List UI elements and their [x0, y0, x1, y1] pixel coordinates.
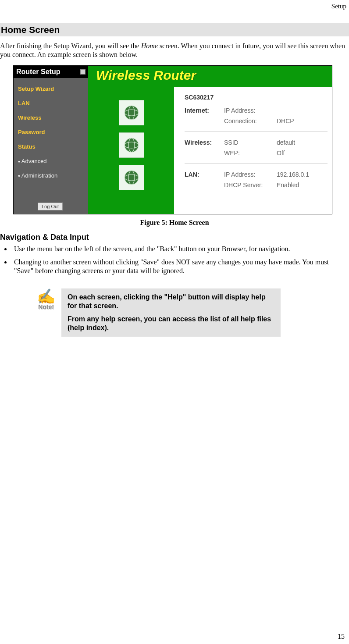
globe-icon — [123, 136, 140, 154]
menu-lan[interactable]: LAN — [18, 96, 88, 110]
menu-password[interactable]: Password — [18, 125, 88, 139]
val-lan-dhcp: Enabled — [277, 181, 299, 189]
intro-text-before: After finishing the Setup Wizard, you wi… — [0, 42, 141, 50]
figure-status-panel: SC630217 Internet: IP Address: Connectio… — [185, 92, 328, 190]
divider — [185, 132, 328, 132]
scroll-up-icon[interactable] — [80, 69, 85, 75]
key-internet-conn: Connection: — [224, 117, 277, 125]
menu-administration[interactable]: Administration — [18, 168, 88, 183]
val-lan-ip: 192.168.0.1 — [277, 171, 309, 178]
globe-icon-wireless[interactable] — [119, 132, 144, 158]
sidebar-title-text: Router Setup — [16, 68, 60, 76]
row-internet-conn: Connection: DHCP — [185, 116, 328, 126]
key-lan-ip: IP Address: — [224, 171, 277, 178]
globe-icon-internet[interactable] — [119, 100, 144, 125]
row-wireless-ssid: Wireless: SSID default — [185, 137, 328, 148]
device-id: SC630217 — [185, 94, 328, 101]
menu-status[interactable]: Status — [18, 139, 88, 154]
key-wireless-wep: WEP: — [224, 149, 277, 157]
row-wireless-wep: WEP: Off — [185, 148, 328, 158]
bullet-list: Use the menu bar on the left of the scre… — [0, 245, 349, 275]
note-icon-label: Note! — [31, 303, 61, 310]
label-wireless: Wireless: — [185, 139, 224, 146]
row-lan-ip: LAN: IP Address: 192.168.0.1 — [185, 169, 328, 180]
note-p2: From any help screen, you can access the… — [68, 315, 274, 332]
note-p1: On each screen, clicking the "Help" butt… — [68, 293, 274, 310]
router-sidebar: Router Setup Setup Wizard LAN Wireless P… — [14, 66, 88, 214]
val-wireless-wep: Off — [277, 149, 285, 157]
key-wireless-ssid: SSID — [224, 139, 277, 146]
sidebar-menu: Setup Wizard LAN Wireless Password Statu… — [14, 78, 88, 183]
bullet-2: Changing to another screen without click… — [11, 258, 349, 275]
note-block: ✍ Note! On each screen, clicking the "He… — [31, 288, 281, 337]
menu-wireless[interactable]: Wireless — [18, 110, 88, 125]
globe-icon-lan[interactable] — [119, 165, 144, 190]
val-internet-conn: DHCP — [277, 117, 294, 125]
label-internet: Internet: — [185, 107, 224, 114]
globe-icon — [123, 104, 140, 121]
logout-button[interactable]: Log Out — [38, 203, 63, 210]
page-header-breadcrumb: Setup — [0, 0, 349, 10]
row-lan-dhcp: DHCP Server: Enabled — [185, 180, 328, 190]
figure-home-screen: Router Setup Setup Wizard LAN Wireless P… — [13, 65, 332, 214]
menu-advanced[interactable]: Advanced — [18, 154, 88, 168]
figure-banner: Wireless Router — [88, 66, 332, 87]
row-internet-ip: Internet: IP Address: — [185, 105, 328, 116]
globe-icon — [123, 169, 140, 186]
note-icon-wrap: ✍ Note! — [31, 288, 61, 310]
subsection-title: Navigation & Data Input — [0, 233, 349, 242]
val-wireless-ssid: default — [277, 139, 295, 146]
key-internet-ip: IP Address: — [224, 107, 277, 114]
note-text-box: On each screen, clicking the "Help" butt… — [61, 288, 281, 337]
key-lan-dhcp: DHCP Server: — [224, 181, 277, 189]
page-number: 15 — [338, 633, 345, 640]
figure-caption: Figure 5: Home Screen — [0, 219, 349, 227]
note-hand-icon: ✍ — [31, 289, 61, 304]
section-title: Home Screen — [0, 23, 349, 36]
divider — [185, 164, 328, 164]
label-lan: LAN: — [185, 171, 224, 178]
intro-paragraph: After finishing the Setup Wizard, you wi… — [0, 42, 349, 59]
menu-setup-wizard[interactable]: Setup Wizard — [18, 82, 88, 96]
bullet-1: Use the menu bar on the left of the scre… — [11, 245, 349, 253]
sidebar-title-bar: Router Setup — [14, 66, 88, 78]
intro-text-italic: Home — [141, 42, 158, 50]
